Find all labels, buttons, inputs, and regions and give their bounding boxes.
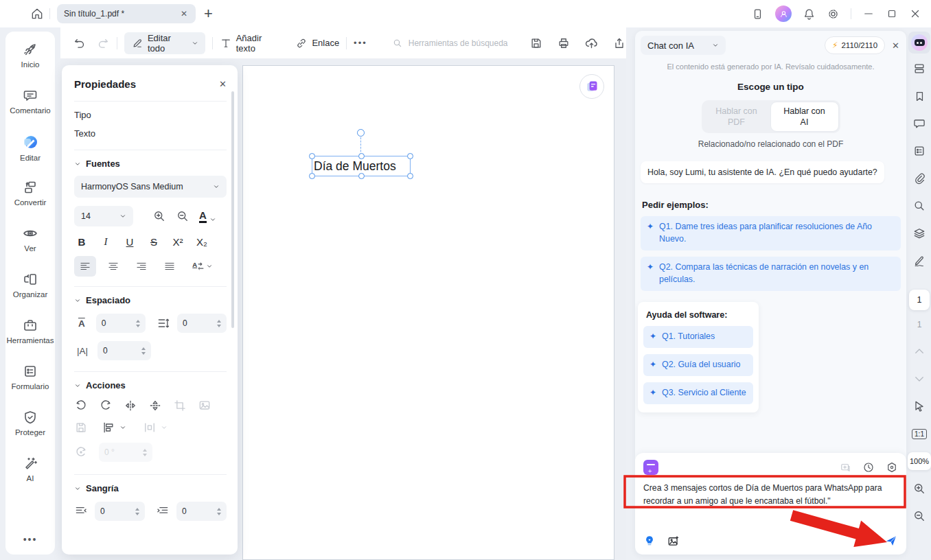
bookmarks-icon[interactable] [913,82,926,110]
sidebar-item-editar[interactable]: Editar [7,133,54,177]
comments-panel-icon[interactable] [912,110,926,137]
sidebar-item-ver[interactable]: Ver [7,225,54,269]
link-button[interactable]: Enlace [295,37,339,49]
indent-right-field[interactable]: 0 [176,502,227,521]
bold-button[interactable]: B [76,236,88,248]
home-icon[interactable] [30,7,44,21]
help-chip[interactable]: ✦ Q3. Servicio al Cliente [643,382,753,404]
sidebar-item-comentario[interactable]: Comentario [7,87,54,131]
font-size-select[interactable]: 14 [74,206,133,226]
fields-panel-icon[interactable] [912,137,926,165]
undo-icon[interactable] [73,36,87,50]
spinner-arrows[interactable] [141,347,146,355]
properties-close-icon[interactable]: ✕ [219,79,227,89]
document-tab[interactable]: Sin título_1.pdf * ✕ [57,4,196,23]
sidebar-item-inicio[interactable]: Inicio [7,41,54,85]
next-page-icon[interactable] [913,365,926,393]
ai-assistant-rail-button[interactable] [908,32,930,54]
maximize-icon[interactable] [886,8,898,20]
word-spacing-field[interactable]: 0 [97,341,151,360]
line-spacing-field[interactable]: 0 [177,314,227,333]
search-panel-icon[interactable] [912,192,926,220]
spacing-section-header[interactable]: Espaciado [74,295,227,305]
selected-text-element[interactable]: Día de Muertos [312,156,411,176]
zoom-in-icon[interactable] [912,475,926,502]
spinner-arrows[interactable] [135,508,139,515]
indent-left-field[interactable]: 0 [95,502,145,521]
edit-all-button[interactable]: Editar todo [124,32,205,54]
sidebar-more-icon[interactable]: ••• [23,534,38,545]
prompt-ideas-icon[interactable] [643,535,656,547]
properties-scrollbar[interactable] [231,91,234,328]
talk-with-ai-tab[interactable]: Hablar con AI [770,102,839,132]
rotate-right-icon[interactable] [99,399,113,412]
new-tab-icon[interactable]: + [204,5,213,23]
current-page-indicator[interactable]: 1 [909,290,930,310]
thumbnails-panel-icon[interactable] [912,55,926,82]
cloud-upload-icon[interactable] [584,36,599,50]
user-avatar[interactable] [775,5,792,22]
zoom-out-icon[interactable] [912,502,926,530]
sidebar-item-herramientas[interactable]: Herramientas [7,317,54,361]
reader-icon[interactable] [751,8,764,21]
history-clock-icon[interactable] [862,461,875,474]
resize-handle-se[interactable] [407,173,413,179]
settings-gear-icon[interactable] [827,8,840,21]
actions-section-header[interactable]: Acciones [74,380,227,390]
actual-size-button[interactable]: 1:1 [912,420,927,447]
example-chip[interactable]: ✦ Q2. Compara las técnicas de narración … [641,257,901,291]
increase-font-icon[interactable] [152,209,166,223]
chat-input-text[interactable]: Crea 3 mensajes cortos de Día de Muertos… [643,482,899,508]
align-left-button[interactable] [74,256,96,277]
share-icon[interactable] [612,36,626,50]
spinner-arrows[interactable] [217,320,221,327]
underline-button[interactable]: U [124,236,136,248]
resize-handle-s[interactable] [358,173,365,179]
redo-icon[interactable] [96,36,110,50]
main-menu-icon[interactable] [7,8,22,19]
subscript-button[interactable]: X₂ [196,236,208,248]
spinner-arrows[interactable] [217,508,221,515]
floating-ai-summary-button[interactable] [579,74,604,99]
align-center-button[interactable] [102,256,124,277]
signature-icon[interactable] [912,247,926,275]
resize-handle-n[interactable] [358,153,365,159]
layers-icon[interactable] [912,220,926,247]
close-window-icon[interactable] [909,8,921,20]
resize-handle-nw[interactable] [309,153,315,159]
flip-vertical-icon[interactable] [148,399,162,412]
print-icon[interactable] [557,36,571,50]
sidebar-item-organizar[interactable]: Organizar [7,271,54,315]
decrease-font-icon[interactable] [176,209,189,223]
help-chip[interactable]: ✦ Q2. Guía del usuario [643,354,753,376]
add-text-button[interactable]: Añadir texto [220,33,281,54]
italic-button[interactable]: I [100,236,112,248]
chat-settings-icon[interactable] [886,461,898,474]
tab-close-icon[interactable]: ✕ [179,9,189,19]
sidebar-item-formulario[interactable]: Formulario [7,363,54,407]
resize-handle-sw[interactable] [309,173,315,179]
search-tools[interactable]: Herramientas de búsqueda [392,38,520,49]
align-objects-button[interactable] [102,421,126,434]
chat-close-icon[interactable]: ✕ [892,40,899,51]
minimize-icon[interactable] [862,8,875,20]
notifications-bell-icon[interactable] [803,8,816,21]
attachments-icon[interactable] [913,165,926,192]
add-image-icon[interactable] [667,535,680,548]
align-justify-button[interactable] [159,256,181,277]
sidebar-item-convertir[interactable]: Convertir [7,179,54,223]
rotation-handle[interactable] [357,129,365,137]
rotate-left-icon[interactable] [74,399,88,412]
select-cursor-icon[interactable] [912,393,926,420]
strikethrough-button[interactable]: S [148,236,160,248]
fonts-section-header[interactable]: Fuentes [74,159,227,169]
help-chip[interactable]: ✦ Q1. Tutoriales [643,326,753,348]
font-color-button[interactable]: A [199,210,216,223]
pdf-page[interactable]: Día de Muertos [242,65,614,560]
zoom-level-indicator[interactable]: 100% [908,447,931,475]
spinner-arrows[interactable] [136,320,140,327]
previous-page-icon[interactable] [913,338,926,365]
save-icon[interactable] [529,36,543,50]
sidebar-item-proteger[interactable]: Proteger [7,409,54,453]
text-direction-button[interactable]: A [187,256,217,277]
